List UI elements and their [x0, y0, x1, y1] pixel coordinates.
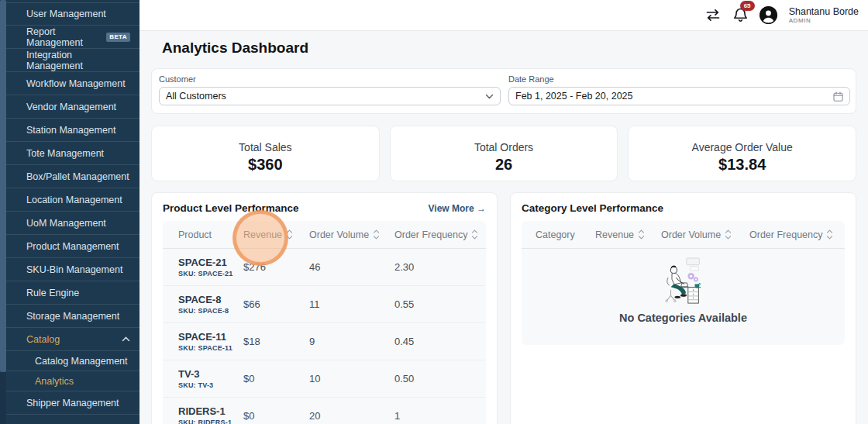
table-row[interactable]: SPACE-21SKU: SPACE-21 $276 46 2.30 [163, 249, 486, 286]
product-panel-title: Product Level Performance [163, 202, 299, 214]
sort-icon [638, 229, 645, 240]
page-title: Analytics Dashboard [162, 40, 308, 57]
revenue-value: $276 [243, 261, 309, 273]
sidebar-scrollbar-track [0, 0, 6, 424]
user-name: Shantanu Borde [789, 6, 859, 17]
sidebar-item-tote-management[interactable]: Tote Management [6, 142, 140, 165]
column-order-frequency[interactable]: Order Frequency [394, 229, 486, 240]
sidebar-item-workflow-management[interactable]: Workflow Management [6, 72, 140, 95]
customer-select[interactable]: All Customers [159, 87, 501, 105]
sidebar-item-label: Tote Management [26, 148, 104, 159]
sidebar-item-label: SKU-Bin Management [26, 264, 122, 275]
stat-label: Total Orders [391, 141, 618, 153]
sidebar-item-label: Station Management [26, 125, 115, 136]
beta-badge: BETA [106, 33, 130, 42]
stats-row: Total Sales $360 Total Orders 26 Average… [151, 126, 856, 181]
sidebar-item-label: UoM Management [26, 218, 106, 229]
order-volume-value: 11 [309, 298, 394, 310]
notifications-bell-icon[interactable]: 65 [733, 7, 748, 23]
product-sku: SKU: SPACE-8 [178, 307, 243, 315]
column-revenue[interactable]: Revenue [595, 229, 661, 240]
revenue-value: $0 [243, 373, 309, 384]
revenue-value: $0 [243, 410, 309, 422]
column-revenue[interactable]: Revenue [243, 229, 309, 240]
sidebar-item-label: Rule Engine [26, 288, 79, 298]
customer-select-value: All Customers [166, 91, 226, 102]
sort-icon [286, 229, 293, 240]
date-range-label: Date Range [508, 74, 850, 84]
sidebar-item-user-management[interactable]: User Management [6, 2, 140, 26]
stat-card-total-sales: Total Sales $360 [151, 126, 380, 181]
sidebar-item-label: Storage Management [26, 311, 119, 322]
sidebar-item-integration-management[interactable]: Integration Management [6, 49, 140, 72]
stat-label: Total Sales [152, 141, 379, 153]
view-more-link[interactable]: View More → [429, 203, 486, 214]
product-sku: SKU: SPACE-21 [178, 270, 243, 277]
stat-value: 26 [391, 156, 618, 174]
stat-card-average-order-value: Average Order Value $13.84 [628, 126, 856, 181]
sidebar-item-label: Box/Pallet Management [26, 171, 129, 182]
swap-icon[interactable] [704, 9, 722, 22]
sidebar-item-catalog[interactable]: Catalog [6, 328, 140, 351]
column-product: Product [178, 229, 243, 240]
sidebar-item-label: Integration Management [26, 50, 130, 71]
user-avatar[interactable] [760, 6, 777, 24]
order-frequency-value: 0.50 [394, 373, 486, 384]
sidebar-item-rule-engine[interactable]: Rule Engine [6, 281, 140, 305]
sidebar-item-shipper-management[interactable]: Shipper Management [6, 391, 140, 415]
sidebar-item-label: Report Management [26, 26, 102, 48]
product-table: Product Revenue Order Volume Order Frequ… [163, 221, 486, 424]
sidebar-item-catalog-management[interactable]: Catalog Management [6, 351, 140, 371]
sidebar-item-report-management[interactable]: Report ManagementBETA [6, 26, 140, 49]
date-range-value: Feb 1, 2025 - Feb 20, 2025 [515, 91, 633, 102]
stat-label: Average Order Value [629, 141, 856, 153]
sidebar-item-label: Shipper Management [26, 398, 119, 408]
table-row[interactable]: TV-3SKU: TV-3 $0 10 0.50 [163, 360, 486, 398]
product-name: SPACE-11 [178, 331, 243, 343]
column-order-volume[interactable]: Order Volume [661, 229, 749, 240]
sidebar-nav: User Management Report ManagementBETA In… [6, 0, 140, 415]
column-order-frequency[interactable]: Order Frequency [749, 229, 845, 240]
sidebar-item-vendor-management[interactable]: Vendor Management [6, 95, 140, 119]
category-performance-panel: Category Level Performance Category Reve… [510, 192, 856, 424]
order-frequency-value: 0.55 [394, 298, 486, 310]
notification-count-badge: 65 [740, 1, 755, 11]
chevron-down-icon [485, 94, 494, 99]
table-row[interactable]: SPACE-11SKU: SPACE-11 $18 9 0.45 [163, 323, 486, 360]
table-row[interactable]: RIDERS-1SKU: RIDERS-1 $0 20 1 [163, 398, 486, 424]
sidebar-item-uom-management[interactable]: UoM Management [6, 212, 140, 235]
product-table-header: Product Revenue Order Volume Order Frequ… [163, 221, 486, 249]
revenue-value: $18 [243, 336, 309, 347]
date-range-input[interactable]: Feb 1, 2025 - Feb 20, 2025 [508, 87, 850, 105]
date-range-group: Date Range Feb 1, 2025 - Feb 20, 2025 [508, 74, 850, 105]
empty-state: No Categories Available [522, 249, 845, 345]
table-row[interactable]: SPACE-8SKU: SPACE-8 $66 11 0.55 [163, 286, 486, 323]
sidebar-item-label: Vendor Management [26, 102, 116, 112]
sidebar-item-box-pallet-management[interactable]: Box/Pallet Management [6, 165, 140, 188]
sidebar-item-station-management[interactable]: Station Management [6, 119, 140, 142]
column-order-volume[interactable]: Order Volume [309, 229, 394, 240]
product-name: SPACE-8 [178, 294, 243, 305]
customer-filter-group: Customer All Customers [159, 74, 501, 105]
product-name: SPACE-21 [178, 257, 243, 268]
sidebar-item-label: Catalog [26, 334, 60, 345]
product-sku: SKU: RIDERS-1 [178, 419, 243, 424]
stat-value: $360 [152, 156, 379, 174]
user-icon [760, 6, 777, 24]
sidebar-item-analytics[interactable]: Analytics [6, 371, 140, 391]
sidebar-scrollbar-thumb[interactable] [0, 0, 6, 372]
sidebar-item-sku-bin-management[interactable]: SKU-Bin Management [6, 258, 140, 281]
empty-state-text: No Categories Available [619, 312, 747, 324]
sidebar-item-label: Catalog Management [35, 356, 128, 367]
product-sku: SKU: TV-3 [178, 381, 243, 389]
product-panel-header: Product Level Performance View More → [152, 193, 497, 221]
category-table: Category Revenue Order Volume Order Freq… [522, 221, 845, 345]
stat-card-total-orders: Total Orders 26 [390, 126, 618, 181]
order-frequency-value: 1 [394, 410, 486, 422]
revenue-value: $66 [243, 298, 309, 310]
order-frequency-value: 2.30 [394, 261, 486, 273]
sort-icon [471, 229, 478, 240]
sidebar-item-storage-management[interactable]: Storage Management [6, 305, 140, 328]
sidebar-item-location-management[interactable]: Location Management [6, 188, 140, 212]
sidebar-item-product-management[interactable]: Product Management [6, 235, 140, 258]
